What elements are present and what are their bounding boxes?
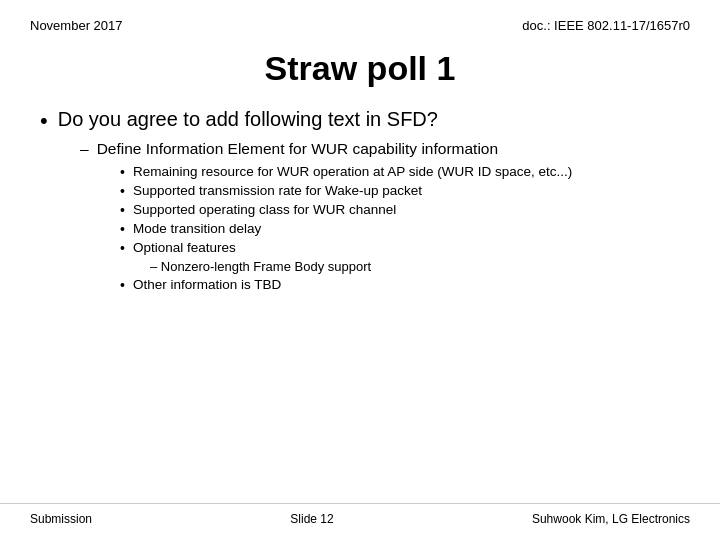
sub-bullet-1: • Remaining resource for WUR operation a… <box>120 164 680 180</box>
sub-dash-symbol: – <box>80 140 89 158</box>
slide-title: Straw poll 1 <box>265 49 456 87</box>
footer-author: Suhwook Kim, LG Electronics <box>532 512 690 526</box>
sub-bullet-text-2: Supported transmission rate for Wake-up … <box>133 183 422 198</box>
sub-bullet-text-6: Other information is TBD <box>133 277 281 292</box>
sub-bullet-dot-6: • <box>120 277 125 293</box>
sub-bullet-3: • Supported operating class for WUR chan… <box>120 202 680 218</box>
slide-content: • Do you agree to add following text in … <box>0 108 720 293</box>
main-bullet-dot: • <box>40 108 48 134</box>
sub-dash-text: Define Information Element for WUR capab… <box>97 140 498 158</box>
sub-dash-item: – Define Information Element for WUR cap… <box>80 140 680 158</box>
main-bullet: • Do you agree to add following text in … <box>40 108 680 134</box>
slide-header: November 2017 doc.: IEEE 802.11-17/1657r… <box>0 0 720 33</box>
sub-bullet-2: • Supported transmission rate for Wake-u… <box>120 183 680 199</box>
header-date: November 2017 <box>30 18 123 33</box>
footer-slide-number: Slide 12 <box>290 512 333 526</box>
sub-bullet-text-3: Supported operating class for WUR channe… <box>133 202 396 217</box>
sub-bullet-6: • Other information is TBD <box>120 277 680 293</box>
main-bullet-text: Do you agree to add following text in SF… <box>58 108 438 131</box>
sub-bullet-dot-1: • <box>120 164 125 180</box>
sub-bullet-text-5: Optional features <box>133 240 236 255</box>
sub-bullet-dot-2: • <box>120 183 125 199</box>
sub-bullet-text-4: Mode transition delay <box>133 221 261 236</box>
slide: November 2017 doc.: IEEE 802.11-17/1657r… <box>0 0 720 540</box>
sub-bullet-dot-4: • <box>120 221 125 237</box>
sub-bullet-text-1: Remaining resource for WUR operation at … <box>133 164 572 179</box>
header-doc: doc.: IEEE 802.11-17/1657r0 <box>522 18 690 33</box>
title-area: Straw poll 1 <box>0 49 720 88</box>
sub-bullet-dot-5: • <box>120 240 125 256</box>
sub-sub-dash-item: – Nonzero-length Frame Body support <box>150 259 680 274</box>
sub-bullet-dot-3: • <box>120 202 125 218</box>
sub-bullet-4: • Mode transition delay <box>120 221 680 237</box>
footer-submission: Submission <box>30 512 92 526</box>
slide-footer: Submission Slide 12 Suhwook Kim, LG Elec… <box>0 503 720 526</box>
sub-bullet-5: • Optional features <box>120 240 680 256</box>
sub-sub-dash-text: – Nonzero-length Frame Body support <box>150 259 371 274</box>
